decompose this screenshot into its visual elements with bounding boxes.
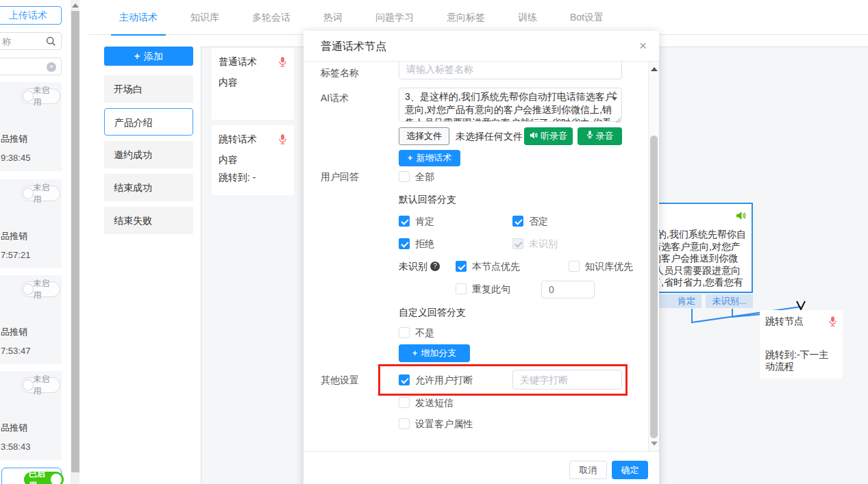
enable-toggle[interactable]: 未启用	[21, 88, 60, 104]
jump-target-node[interactable]: 跳转节点 跳转到:-下一主动流程	[760, 310, 843, 379]
mic-icon	[586, 127, 593, 145]
spinner-icon[interactable]	[610, 90, 619, 105]
checkbox-kb-first[interactable]	[569, 261, 580, 272]
close-icon[interactable]: ×	[639, 38, 647, 53]
listen-recording-button[interactable]: 听录音	[524, 127, 573, 145]
script-time: 3:58:43	[1, 442, 30, 452]
node-title: 跳转节点	[765, 316, 804, 329]
branch-chip-unrecognized[interactable]: 未识别...	[706, 294, 753, 308]
jump-target-text: 跳转到:-下一主动流程	[765, 349, 837, 372]
resize-handle-icon[interactable]	[615, 114, 621, 125]
default-branch-title: 默认回答分支	[399, 194, 456, 206]
script-name: 品推销	[1, 230, 27, 242]
checkbox-all[interactable]	[399, 171, 410, 182]
checkbox-no[interactable]	[399, 327, 410, 338]
scrollbar-thumb[interactable]	[71, 11, 79, 472]
scroll-down-icon[interactable]	[651, 442, 658, 446]
add-script-button[interactable]: +新增话术	[399, 150, 460, 166]
scrollbar-thumb[interactable]	[650, 136, 658, 438]
enable-toggle[interactable]: 未启用	[21, 377, 60, 393]
tab-multi-turn[interactable]: 多轮会话	[244, 0, 299, 35]
plus-icon: +	[412, 348, 418, 358]
add-branch-button[interactable]: +增加分支	[399, 344, 470, 362]
panel-scrollbar[interactable]	[71, 0, 79, 484]
checkbox-node-first[interactable]	[456, 261, 467, 272]
checkbox-set-customer-attr[interactable]	[399, 418, 410, 429]
arrowhead-icon	[797, 301, 805, 309]
dialog-title: 普通话术节点	[321, 40, 386, 52]
checkbox-deny[interactable]	[512, 216, 523, 227]
custom-branch-title: 自定义回答分支	[399, 307, 466, 319]
tab-knowledge-base[interactable]: 知识库	[182, 0, 227, 35]
script-time: 9:38:45	[1, 153, 30, 163]
script-card[interactable]: 未启用 品推销 9:38:45	[0, 82, 62, 171]
stage-sidebar: +添加 开场白 产品介绍 邀约成功 结束成功 结束失败	[104, 47, 193, 240]
add-stage-button[interactable]: +添加	[104, 47, 193, 66]
stage-item-invite-success[interactable]: 邀约成功	[104, 141, 193, 168]
checkbox-allow-interrupt[interactable]	[399, 374, 410, 385]
upload-script-button[interactable]: 上传话术	[0, 6, 62, 25]
scroll-up-icon[interactable]	[651, 67, 658, 71]
dialog-footer: 取消 确定	[303, 451, 659, 484]
script-name: 品推销	[1, 133, 27, 145]
stage-item-end-fail[interactable]: 结束失败	[104, 207, 193, 234]
enabled-toggle[interactable]: 已启用	[24, 472, 64, 484]
choose-file-button[interactable]: 选择文件	[399, 127, 449, 145]
cancel-button[interactable]: 取消	[569, 461, 607, 479]
normal-script-node-dialog: 普通话术节点 × 标签名称 AI话术 3、是这样的,我们系统先帮你自动打电话筛选…	[303, 31, 659, 484]
script-name: 品推销	[1, 422, 27, 434]
script-card[interactable]: 未启用 品推销 7:53:47	[0, 275, 62, 364]
speaker-icon[interactable]	[736, 211, 746, 222]
help-icon[interactable]: ?	[430, 262, 440, 271]
script-time: 7:53:47	[1, 346, 30, 356]
checkbox-repeat[interactable]	[456, 283, 467, 294]
dialog-header: 普通话术节点 ×	[303, 31, 659, 62]
tab-hot-words[interactable]: 热词	[315, 0, 351, 35]
dialog-scrollbar[interactable]	[648, 62, 659, 451]
tab-main-script[interactable]: 主动话术	[111, 0, 166, 35]
tag-name-input[interactable]	[399, 62, 622, 79]
script-list-panel: 上传话术 称 × 未启用 品推销 9:38:45 未启用 品推销 7:57:21…	[0, 0, 71, 484]
checkbox-send-sms[interactable]	[399, 397, 410, 408]
checkbox-affirm[interactable]	[399, 216, 410, 227]
active-script-card[interactable]: 已启用	[1, 468, 62, 484]
search-icon	[46, 36, 56, 49]
enable-toggle[interactable]: 未启用	[21, 186, 60, 201]
script-search-input[interactable]: 称	[0, 32, 62, 50]
tab-training[interactable]: 训练	[510, 0, 545, 35]
stage-item-end-success[interactable]: 结束成功	[104, 174, 193, 201]
plus-icon: +	[408, 153, 413, 163]
script-name: 品推销	[1, 326, 27, 338]
enable-toggle[interactable]: 未启用	[21, 281, 60, 297]
unrecognized-label: 未识别	[399, 261, 427, 273]
toggle-knob	[23, 188, 34, 199]
tab-bot-settings[interactable]: Bot设置	[562, 0, 612, 35]
dialog-body: 标签名称 AI话术 3、是这样的,我们系统先帮你自动打电话筛选客户意向,对您产品…	[303, 62, 648, 451]
user-answer-label: 用户回答	[321, 171, 359, 183]
ai-script-label: AI话术	[321, 92, 349, 105]
toggle-knob	[23, 379, 34, 391]
top-tab-bar: 主动话术 知识库 多轮会话 热词 问题学习 意向标签 训练 Bot设置	[88, 0, 868, 35]
stage-item-opening[interactable]: 开场白	[104, 75, 193, 103]
record-button[interactable]: 录音	[578, 127, 622, 145]
clear-icon[interactable]: ×	[47, 62, 56, 72]
script-card[interactable]: 未启用 品推销 3:58:43	[0, 371, 62, 460]
tab-intent-tags[interactable]: 意向标签	[438, 0, 493, 35]
stage-item-product-intro[interactable]: 产品介绍	[104, 108, 193, 136]
script-time: 7:57:21	[1, 250, 30, 260]
checkbox-refuse[interactable]	[399, 238, 410, 249]
toggle-knob	[23, 90, 34, 102]
script-card[interactable]: 未启用 品推销 7:57:21	[0, 179, 62, 268]
tab-question-learning[interactable]: 问题学习	[367, 0, 422, 35]
checkbox-unrecognized-locked	[512, 238, 523, 249]
repeat-count-input[interactable]	[541, 281, 595, 298]
scroll-up-icon[interactable]	[72, 3, 79, 8]
tag-name-label: 标签名称	[321, 67, 359, 79]
mic-icon[interactable]	[828, 316, 837, 329]
toggle-knob	[51, 474, 62, 484]
interrupt-keyword-input[interactable]	[512, 370, 622, 390]
ai-script-textarea[interactable]: 3、是这样的,我们系统先帮你自动打电话筛选客户意向,对您产品有意向的客户会推送到…	[399, 88, 622, 122]
ok-button[interactable]: 确定	[612, 461, 648, 479]
plus-icon: +	[134, 51, 140, 62]
script-filter-input[interactable]: ×	[0, 58, 62, 75]
